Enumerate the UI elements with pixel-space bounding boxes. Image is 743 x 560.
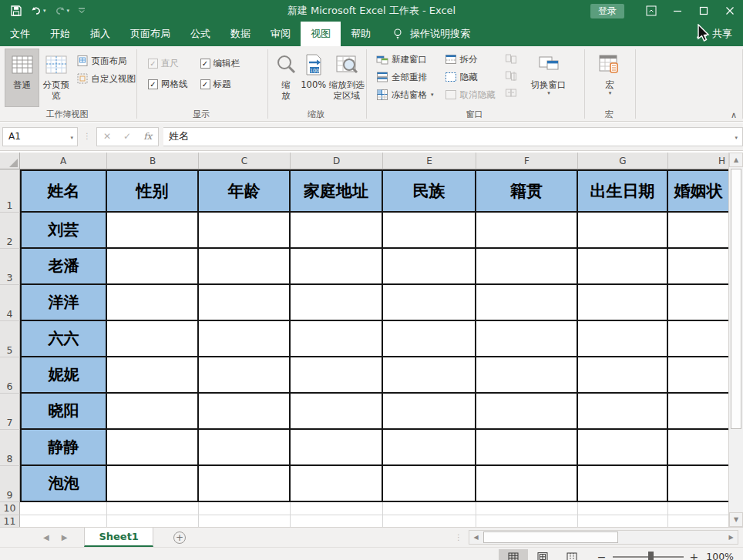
cell-a6[interactable]: 妮妮	[20, 357, 107, 394]
select-all-button[interactable]	[0, 153, 20, 169]
tab-insert[interactable]: 插入	[80, 22, 120, 46]
cell-d2[interactable]	[291, 213, 383, 249]
cell-b6[interactable]	[107, 357, 199, 394]
row-header-3[interactable]: 3	[0, 249, 20, 285]
sign-in-button[interactable]: 登录	[590, 4, 624, 18]
formula-input[interactable]: 姓名 ▾	[163, 127, 743, 146]
name-box-caret-icon[interactable]: ▾	[70, 135, 73, 141]
scroll-up-button[interactable]: ▲	[729, 153, 743, 167]
cell-d11[interactable]	[291, 515, 383, 527]
row-header-5[interactable]: 5	[0, 321, 20, 357]
cell-g9[interactable]	[578, 466, 668, 502]
cell-d6[interactable]	[291, 357, 383, 394]
cell-b1[interactable]: 性别	[107, 169, 199, 213]
cell-a7[interactable]: 晓阳	[20, 394, 107, 430]
cell-g4[interactable]	[578, 285, 668, 321]
cell-f10[interactable]	[476, 502, 578, 515]
tab-review[interactable]: 审阅	[261, 22, 301, 46]
cell-a1[interactable]: 姓名	[20, 169, 107, 213]
cell-h10[interactable]	[668, 502, 728, 515]
cell-e8[interactable]	[383, 430, 476, 466]
freeze-panes-button[interactable]: 冻结窗格 ▾	[376, 89, 434, 101]
redo-button[interactable]: ▾	[52, 3, 72, 18]
page-break-preview-status-button[interactable]	[557, 549, 587, 560]
column-header-g[interactable]: G	[578, 153, 668, 169]
cell-f4[interactable]	[476, 285, 578, 321]
cell-e9[interactable]	[383, 466, 476, 502]
cell-c5[interactable]	[199, 321, 291, 357]
unhide-button[interactable]: 取消隐藏	[445, 89, 496, 101]
cell-g5[interactable]	[578, 321, 668, 357]
cell-h2[interactable]	[668, 213, 728, 249]
column-header-a[interactable]: A	[20, 153, 107, 169]
column-header-c[interactable]: C	[199, 153, 291, 169]
macros-button[interactable]: 宏 ▾	[593, 49, 627, 107]
cell-f7[interactable]	[476, 394, 578, 430]
zoom-100-button[interactable]: 100 100%	[299, 49, 328, 107]
collapse-ribbon-button[interactable]: ∧	[731, 110, 737, 120]
cell-e6[interactable]	[383, 357, 476, 394]
cell-h1[interactable]: 婚姻状	[668, 169, 728, 213]
cell-c8[interactable]	[199, 430, 291, 466]
synchronous-scrolling-icon[interactable]	[505, 70, 517, 82]
cell-h4[interactable]	[668, 285, 728, 321]
formula-bar-checkbox[interactable]: ✓ 编辑栏	[200, 58, 240, 69]
gridlines-checkbox[interactable]: ✓ 网格线	[148, 79, 188, 90]
column-header-b[interactable]: B	[107, 153, 199, 169]
hide-button[interactable]: 隐藏	[445, 71, 496, 83]
cell-g10[interactable]	[578, 502, 668, 515]
close-button[interactable]	[717, 0, 743, 22]
cell-b2[interactable]	[107, 213, 199, 249]
column-header-d[interactable]: D	[291, 153, 383, 169]
cell-g1[interactable]: 出生日期	[578, 169, 668, 213]
cell-g7[interactable]	[578, 394, 668, 430]
cell-a5[interactable]: 六六	[20, 321, 107, 357]
cell-h3[interactable]	[668, 249, 728, 285]
page-layout-status-button[interactable]	[528, 549, 557, 560]
cell-c3[interactable]	[199, 249, 291, 285]
cell-h6[interactable]	[668, 357, 728, 394]
minimize-button[interactable]	[664, 0, 691, 22]
row-header-7[interactable]: 7	[0, 394, 20, 430]
split-button[interactable]: 拆分	[445, 53, 496, 65]
row-header-1[interactable]: 1	[0, 169, 20, 213]
zoom-slider[interactable]	[613, 556, 684, 558]
cell-f8[interactable]	[476, 430, 578, 466]
cell-e5[interactable]	[383, 321, 476, 357]
cell-c11[interactable]	[199, 515, 291, 527]
cell-g8[interactable]	[578, 430, 668, 466]
custom-views-button[interactable]: 自定义视图	[76, 72, 136, 85]
column-header-f[interactable]: F	[476, 153, 578, 169]
cell-h11[interactable]	[668, 515, 728, 527]
cell-c7[interactable]	[199, 394, 291, 430]
cell-h5[interactable]	[668, 321, 728, 357]
tab-page-layout[interactable]: 页面布局	[120, 22, 180, 46]
cell-d1[interactable]: 家庭地址	[291, 169, 383, 213]
cell-c9[interactable]	[199, 466, 291, 502]
view-side-by-side-icon[interactable]	[505, 53, 517, 65]
save-button[interactable]	[8, 3, 25, 18]
row-header-10[interactable]: 10	[0, 502, 20, 515]
scroll-left-button[interactable]: ◀	[469, 531, 482, 544]
formula-bar-splitter[interactable]: ⋮	[83, 134, 91, 139]
tab-formulas[interactable]: 公式	[180, 22, 220, 46]
cell-f1[interactable]: 籍贯	[476, 169, 578, 213]
cell-d4[interactable]	[291, 285, 383, 321]
scroll-down-button[interactable]: ▼	[729, 512, 743, 527]
cell-f5[interactable]	[476, 321, 578, 357]
tab-home[interactable]: 开始	[40, 22, 80, 46]
vertical-scrollbar[interactable]: ▲ ▼	[728, 153, 743, 527]
cell-e1[interactable]: 民族	[383, 169, 476, 213]
maximize-button[interactable]	[691, 0, 717, 22]
undo-dropdown-caret[interactable]: ▾	[43, 8, 46, 14]
cell-a11[interactable]	[20, 515, 107, 527]
switch-windows-button[interactable]: 切换窗口 ▾	[526, 49, 571, 107]
undo-button[interactable]: ▾	[28, 3, 49, 18]
cell-d5[interactable]	[291, 321, 383, 357]
cell-f2[interactable]	[476, 213, 578, 249]
cell-c4[interactable]	[199, 285, 291, 321]
new-sheet-button[interactable]: +	[173, 528, 186, 547]
vertical-scrollbar-thumb[interactable]	[731, 169, 741, 429]
cell-e7[interactable]	[383, 394, 476, 430]
cell-h9[interactable]	[668, 466, 728, 502]
